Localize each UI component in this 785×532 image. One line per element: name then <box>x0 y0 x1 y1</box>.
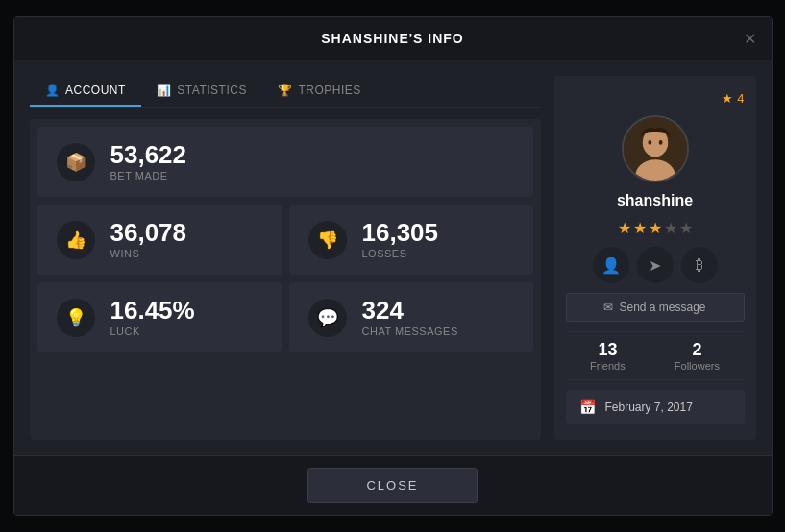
send-message-label: Send a message <box>619 301 705 314</box>
left-panel: 👤 ACCOUNT 📊 STATISTICS 🏆 TROPHIES <box>30 76 541 440</box>
join-date: February 7, 2017 <box>605 400 693 414</box>
modal-body: 👤 ACCOUNT 📊 STATISTICS 🏆 TROPHIES <box>14 60 772 455</box>
account-tab-icon: 👤 <box>45 84 61 97</box>
envelope-icon: ✉ <box>603 301 613 314</box>
close-button[interactable]: CLOSE <box>307 468 477 503</box>
star-4: ★ <box>664 219 677 237</box>
action-icons-container: 👤 ➤ ₿ <box>593 247 718 283</box>
svg-point-4 <box>658 140 662 145</box>
modal: SHANSHINE'S INFO ✕ 👤 ACCOUNT 📊 STATISTIC… <box>13 16 773 516</box>
bitcoin-button[interactable]: ₿ <box>681 247 718 283</box>
chat-messages-info: 324 CHAT MESSAGES <box>362 298 458 337</box>
luck-info: 16.45% LUCK <box>110 298 195 337</box>
star-rating: ★ 4 <box>722 91 744 106</box>
stats-container: 📦 53,622 BET MADE 👍 36,078 WINS <box>30 119 541 440</box>
user-stars: ★ ★ ★ ★ ★ <box>618 219 693 237</box>
calendar-icon: 📅 <box>579 399 596 415</box>
luck-value: 16.45% <box>110 298 195 323</box>
friends-count: 13 <box>590 340 626 360</box>
chat-messages-icon: 💬 <box>308 299 347 337</box>
bet-made-info: 53,622 BET MADE <box>110 142 187 181</box>
wins-stat: 👍 36,078 WINS <box>37 205 282 275</box>
followers-row: 13 Friends 2 Followers <box>566 331 745 380</box>
profile-username: shanshine <box>617 192 693 209</box>
tab-statistics-label: STATISTICS <box>177 84 247 97</box>
star-5: ★ <box>679 219 693 237</box>
modal-footer: CLOSE <box>14 455 772 515</box>
add-friend-button[interactable]: 👤 <box>593 247 629 283</box>
wins-label: WINS <box>110 248 187 259</box>
bet-made-label: BET MADE <box>110 170 187 181</box>
friends-stat: 13 Friends <box>590 340 626 372</box>
star-2: ★ <box>633 219 647 237</box>
followers-count: 2 <box>675 340 720 360</box>
losses-label: LOSSES <box>362 248 439 259</box>
friends-label: Friends <box>590 360 626 372</box>
tab-account[interactable]: 👤 ACCOUNT <box>30 76 141 107</box>
luck-icon: 💡 <box>57 299 95 337</box>
modal-overlay: SHANSHINE'S INFO ✕ 👤 ACCOUNT 📊 STATISTIC… <box>0 0 785 532</box>
wins-value: 36,078 <box>110 220 187 245</box>
bet-made-icon: 📦 <box>57 143 95 181</box>
send-message-button[interactable]: ✉ Send a message <box>566 293 745 322</box>
username-bold: SHANSHINE <box>321 31 408 46</box>
luck-label: LUCK <box>110 326 195 337</box>
title-suffix: 'S INFO <box>409 31 464 46</box>
bet-made-stat: 📦 53,622 BET MADE <box>37 127 533 197</box>
modal-header: SHANSHINE'S INFO ✕ <box>14 17 772 60</box>
avatar <box>622 115 689 182</box>
tabs-container: 👤 ACCOUNT 📊 STATISTICS 🏆 TROPHIES <box>30 76 541 108</box>
followers-label: Followers <box>675 360 720 372</box>
wins-info: 36,078 WINS <box>110 220 187 259</box>
bet-made-value: 53,622 <box>110 142 187 167</box>
wins-losses-row: 👍 36,078 WINS 👎 16,305 LOSSES <box>37 205 533 275</box>
tab-account-label: ACCOUNT <box>65 84 126 97</box>
tab-statistics[interactable]: 📊 STATISTICS <box>141 76 262 107</box>
chat-messages-label: CHAT MESSAGES <box>362 326 458 337</box>
losses-info: 16,305 LOSSES <box>362 220 439 259</box>
tab-trophies-label: TROPHIES <box>298 84 360 97</box>
luck-stat: 💡 16.45% LUCK <box>37 282 282 352</box>
star-1: ★ <box>618 219 631 237</box>
tab-trophies[interactable]: 🏆 TROPHIES <box>262 76 377 107</box>
join-date-box: 📅 February 7, 2017 <box>566 390 745 424</box>
right-panel: ★ 4 <box>554 76 756 440</box>
losses-value: 16,305 <box>362 220 439 245</box>
chat-messages-stat: 💬 324 CHAT MESSAGES <box>289 282 533 352</box>
close-x-button[interactable]: ✕ <box>744 30 756 48</box>
star-count: 4 <box>737 91 744 106</box>
trophies-tab-icon: 🏆 <box>278 84 293 97</box>
luck-chat-row: 💡 16.45% LUCK 💬 324 CHAT MESSAGES <box>37 282 533 352</box>
chat-messages-value: 324 <box>362 298 458 323</box>
modal-title: SHANSHINE'S INFO <box>34 31 752 46</box>
star-icon: ★ <box>722 91 733 106</box>
statistics-tab-icon: 📊 <box>157 84 172 97</box>
svg-point-3 <box>648 140 651 145</box>
losses-stat: 👎 16,305 LOSSES <box>289 205 533 275</box>
followers-stat: 2 Followers <box>675 340 720 372</box>
avatar-image <box>624 117 687 181</box>
star-3: ★ <box>649 219 662 237</box>
wins-icon: 👍 <box>57 221 95 259</box>
message-button[interactable]: ➤ <box>637 247 674 283</box>
losses-icon: 👎 <box>308 221 347 259</box>
